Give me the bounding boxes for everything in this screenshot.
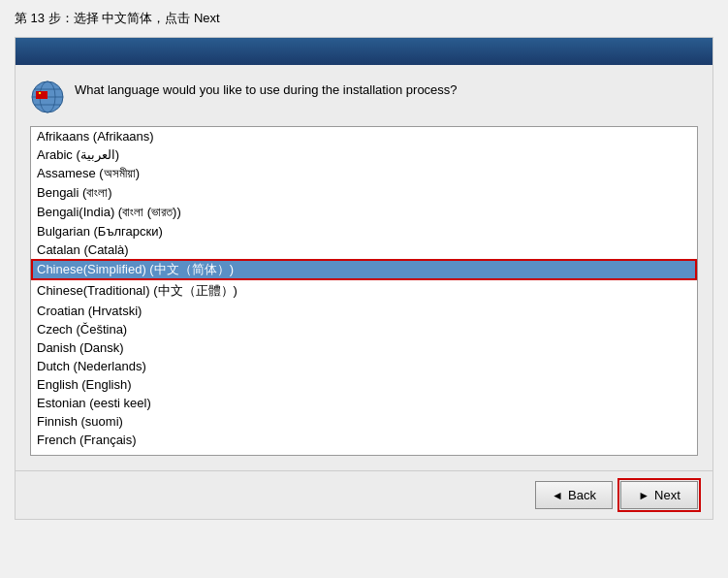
main-panel: What language would you like to use duri… [15, 37, 713, 520]
language-list[interactable]: Afrikaans (Afrikaans)Arabic (العربية)Ass… [31, 127, 697, 455]
list-item[interactable]: Estonian (eesti keel) [31, 394, 697, 412]
list-item[interactable]: Finnish (suomi) [31, 412, 697, 431]
back-label: Back [568, 488, 596, 502]
next-arrow-icon: ► [638, 489, 649, 502]
back-arrow-icon: ◄ [552, 489, 563, 502]
back-button[interactable]: ◄ Back [535, 481, 613, 509]
step-title: 第 13 步：选择 中文简体，点击 Next [15, 10, 713, 27]
list-item[interactable]: Bengali (বাংলা) [31, 183, 697, 203]
list-item[interactable]: Bulgarian (Български) [31, 222, 697, 241]
list-item[interactable]: English (English) [31, 375, 697, 394]
list-item[interactable]: Chinese(Traditional) (中文（正體）) [31, 280, 697, 302]
globe-icon [30, 80, 65, 114]
list-item[interactable]: Chinese(Simplified) (中文（简体）) [31, 259, 697, 280]
list-item[interactable]: Dutch (Nederlands) [31, 357, 697, 375]
blue-header-bar [16, 38, 712, 65]
list-item[interactable]: French (Français) [31, 431, 697, 449]
next-label: Next [654, 488, 681, 502]
list-item[interactable]: Afrikaans (Afrikaans) [31, 127, 697, 145]
bottom-bar: ◄ Back ► Next [16, 470, 712, 519]
list-item[interactable]: Bengali(India) (বাংলা (ভারত)) [31, 203, 697, 222]
svg-rect-6 [36, 91, 47, 95]
page-container: 第 13 步：选择 中文简体，点击 Next [0, 0, 728, 578]
list-item[interactable]: Czech (Čeština) [31, 320, 697, 338]
list-item[interactable]: Arabic (العربية) [31, 145, 697, 164]
next-button[interactable]: ► Next [620, 481, 698, 509]
list-item[interactable]: Assamese (অসমীয়া) [31, 164, 697, 183]
list-item[interactable]: Danish (Dansk) [31, 338, 697, 357]
list-item[interactable]: Croatian (Hrvatski) [31, 302, 697, 320]
list-item[interactable]: Catalan (Català) [31, 241, 697, 259]
content-area: What language would you like to use duri… [16, 65, 712, 470]
svg-rect-7 [39, 92, 41, 94]
language-list-container: Afrikaans (Afrikaans)Arabic (العربية)Ass… [30, 126, 698, 456]
prompt-text: What language would you like to use duri… [75, 80, 458, 99]
prompt-row: What language would you like to use duri… [30, 80, 698, 114]
